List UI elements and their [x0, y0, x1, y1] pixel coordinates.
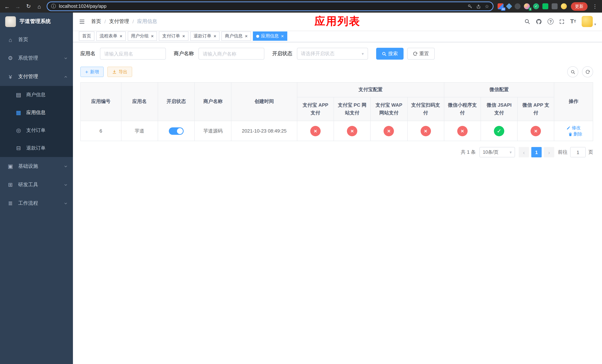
reset-button[interactable]: 重置 — [407, 48, 434, 60]
group-header-alipay: 支付宝配置 — [297, 82, 444, 97]
extension-grid-icon[interactable]: 10 — [498, 3, 504, 9]
user-menu[interactable]: ▾ — [582, 16, 596, 27]
tab-process-form[interactable]: 流程表单 × — [96, 32, 126, 41]
current-page-button[interactable]: 1 — [531, 147, 542, 157]
tools-icon: ⊞ — [7, 182, 14, 188]
tab-label: 退款订单 — [194, 33, 211, 39]
wechat-mini-status-icon: × — [457, 126, 468, 136]
sidebar-item-pay-order[interactable]: ◎ 支付订单 — [0, 121, 73, 139]
sidebar-item-system[interactable]: ⚙ 系统管理 — [0, 49, 73, 67]
next-page-button[interactable]: › — [544, 147, 554, 157]
add-button[interactable]: + 新增 — [80, 67, 104, 77]
tab-refund-order[interactable]: 退款订单 × — [190, 32, 220, 41]
goto-page-input[interactable] — [570, 147, 586, 157]
tab-app-info[interactable]: 应用信息 × — [253, 32, 287, 41]
delete-link[interactable]: 删除 — [568, 131, 582, 137]
github-icon[interactable] — [536, 18, 542, 25]
status-toggle[interactable] — [169, 127, 184, 135]
sidebar-item-label: 研发工具 — [18, 182, 38, 188]
col-header-alipay-wap: 支付宝 WAP 网站支付 — [371, 97, 407, 121]
update-button[interactable]: 更新 — [571, 2, 588, 11]
breadcrumb-separator: / — [104, 19, 106, 24]
sidebar-item-devtools[interactable]: ⊞ 研发工具 — [0, 175, 73, 194]
tab-home[interactable]: 首页 — [79, 32, 94, 41]
share-icon[interactable] — [476, 4, 481, 9]
sidebar-item-label: 工作流程 — [18, 200, 38, 207]
fullscreen-icon[interactable] — [559, 19, 565, 24]
col-header-wechat-mini: 微信小程序支付 — [444, 97, 481, 121]
caret-down-icon: ▾ — [594, 22, 596, 27]
toggle-search-button[interactable] — [567, 66, 578, 77]
tab-pay-order[interactable]: 支付订单 × — [159, 32, 188, 41]
extension-check-icon[interactable]: ✓ — [533, 3, 539, 9]
breadcrumb-home[interactable]: 首页 — [91, 18, 101, 25]
status-select[interactable]: 请选择开启状态 ▾ — [297, 48, 368, 60]
edit-link[interactable]: 修改 — [567, 125, 580, 131]
extension-chat-icon[interactable] — [542, 3, 548, 9]
address-bar[interactable]: ⓘ localhost:1024/pay/app ☆ — [47, 1, 494, 11]
cell-alipay-qr: × — [407, 121, 444, 141]
close-icon[interactable]: × — [119, 34, 122, 39]
menu-collapse-icon[interactable] — [79, 18, 85, 25]
breadcrumb-payment[interactable]: 支付管理 — [109, 18, 129, 25]
forward-icon[interactable]: → — [14, 3, 21, 10]
cell-alipay-pc: × — [334, 121, 370, 141]
sidebar-item-refund-order[interactable]: ⊟ 退款订单 — [0, 139, 73, 157]
tab-user-group[interactable]: 用户分组 × — [128, 32, 157, 41]
sidebar-item-home[interactable]: ⌂ 首页 — [0, 30, 73, 49]
sidebar-item-infra[interactable]: ▣ 基础设施 — [0, 157, 73, 175]
password-key-icon[interactable] — [468, 4, 473, 9]
extension-gem-icon[interactable] — [506, 3, 512, 10]
close-icon[interactable]: × — [182, 34, 185, 39]
close-icon[interactable]: × — [245, 34, 248, 39]
help-icon[interactable]: ? — [548, 19, 553, 24]
close-icon[interactable]: × — [214, 34, 216, 39]
site-info-icon[interactable]: ⓘ — [51, 3, 56, 10]
tab-label: 应用信息 — [261, 33, 279, 39]
document-icon: ⊟ — [15, 145, 22, 151]
tab-label: 首页 — [82, 33, 91, 39]
sidebar-item-merchant-info[interactable]: ▤ 商户信息 — [0, 86, 73, 104]
extension-smiley-icon[interactable] — [561, 3, 567, 9]
chevron-down-icon — [64, 164, 68, 168]
page-size-select[interactable]: 10条/页 ▾ — [479, 147, 515, 157]
tab-label: 商户信息 — [225, 33, 243, 39]
refresh-table-button[interactable] — [582, 66, 593, 77]
search-icon[interactable] — [524, 19, 530, 24]
main-area: 首页 / 支付管理 / 应用信息 应用列表 ? TT — [73, 13, 602, 364]
tab-merchant-info[interactable]: 商户信息 × — [222, 32, 251, 41]
export-button[interactable]: 导出 — [107, 67, 132, 77]
cell-alipay-app: × — [297, 121, 334, 141]
sidebar-item-workflow[interactable]: ≣ 工作流程 — [0, 194, 73, 213]
profile-avatar-icon[interactable]: 1 — [524, 3, 530, 9]
search-button[interactable]: 搜索 — [376, 48, 403, 60]
app-logo[interactable]: 芋道管理系统 — [0, 13, 73, 30]
home-icon[interactable]: ⌂ — [36, 3, 43, 10]
sidebar-item-label: 系统管理 — [18, 55, 38, 62]
chevron-down-icon: ▾ — [362, 51, 364, 56]
col-header-created: 创建时间 — [231, 82, 297, 121]
back-icon[interactable]: ← — [4, 3, 10, 10]
merchant-name-input[interactable] — [198, 48, 264, 60]
plus-icon: + — [85, 69, 88, 75]
reload-icon[interactable]: ↻ — [25, 3, 32, 10]
extension-dark-icon[interactable] — [515, 3, 521, 9]
prev-page-button[interactable]: ‹ — [519, 147, 529, 157]
col-header-actions: 操作 — [554, 82, 593, 121]
group-header-wechat: 微信配置 — [444, 82, 554, 97]
cell-app-name: 芋道 — [121, 121, 158, 141]
sidebar-item-label: 基础设施 — [18, 163, 38, 170]
app-name-label: 应用名 — [80, 50, 95, 57]
sidebar-item-app-info[interactable]: ▦ 应用信息 — [0, 104, 73, 121]
cell-actions: 修改 删除 — [554, 121, 593, 141]
font-size-icon[interactable]: TT — [570, 19, 576, 24]
wechat-app-status-icon: × — [531, 126, 541, 136]
browser-menu-icon[interactable]: ⋮ — [592, 3, 598, 9]
app-name-input[interactable] — [100, 48, 166, 60]
sidebar-item-payment[interactable]: ¥ 支付管理 — [0, 67, 73, 86]
close-icon[interactable]: × — [281, 34, 284, 39]
close-icon[interactable]: × — [151, 34, 154, 39]
extension-puzzle-icon[interactable] — [552, 3, 558, 9]
alipay-pc-status-icon: × — [347, 126, 357, 136]
bookmark-star-icon[interactable]: ☆ — [485, 3, 489, 9]
